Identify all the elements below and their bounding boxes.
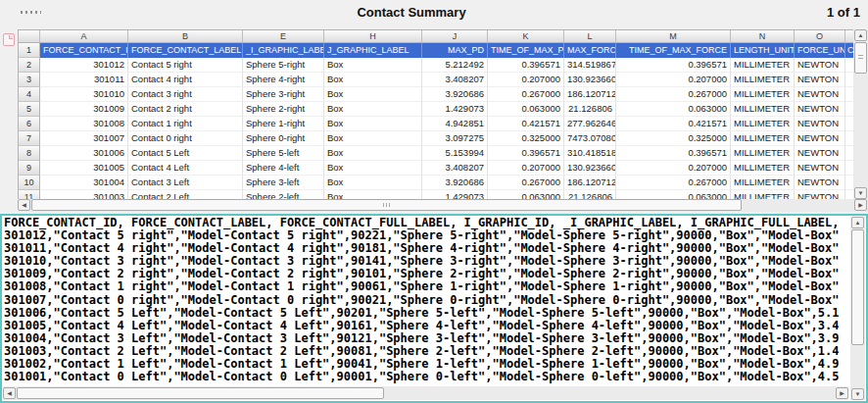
cell[interactable]: 3.408207 [422,161,488,176]
cell[interactable]: 0.325000 [616,131,731,146]
cell[interactable]: 301010 [40,87,128,102]
cell[interactable]: 0.396571 [488,58,564,73]
cell[interactable]: 314.519867 [564,58,616,73]
cell[interactable]: 301012 [40,58,128,73]
column-header-J[interactable]: J [422,30,488,42]
cell[interactable]: 0.396571 [616,58,731,73]
cell[interactable]: 1.429073 [422,102,488,117]
row-header[interactable]: 6 [19,117,40,131]
cell[interactable]: 0.063000 [488,190,564,199]
csv-vertical-scrollbar[interactable]: ▲ ▼ [850,217,865,400]
header-cell[interactable]: J_GRAPHIC_LABEL [324,43,422,58]
cell[interactable]: 0.267000 [616,87,731,102]
cell[interactable]: MILLIMETER [731,102,795,117]
csv-text-panel[interactable]: FORCE_CONTACT_ID, FORCE_CONTACT_LABEL, F… [0,214,868,403]
cell[interactable]: NEWTON [795,176,845,190]
sheet-vertical-scrollbar-thumb[interactable] [854,42,867,74]
cell[interactable]: Box [324,58,422,73]
cell[interactable] [845,146,853,161]
cell[interactable]: 1.429073 [422,190,488,199]
csv-horizontal-scrollbar[interactable]: ◀ ▶ [3,386,848,400]
column-header-E[interactable]: E [243,30,324,42]
cell[interactable]: MILLIMETER [731,87,795,102]
cell[interactable]: 301007 [40,131,128,146]
cell[interactable]: 0.267000 [616,176,731,190]
sheet-vertical-scrollbar[interactable]: ▲ ▼ [853,29,868,199]
cell[interactable]: 301004 [40,176,128,190]
row-header[interactable]: 9 [19,161,40,176]
cell[interactable]: Contact 2 right [128,102,243,117]
csv-horizontal-scrollbar-thumb[interactable] [17,387,384,399]
cell[interactable]: 0.267000 [488,176,564,190]
row-header[interactable]: 5 [19,102,40,117]
cell[interactable]: 21.126806 [564,102,616,117]
cell[interactable]: Box [324,102,422,117]
cell[interactable]: 3.097275 [422,131,488,146]
cell[interactable]: 301009 [40,102,128,117]
cell[interactable]: Contact 1 right [128,117,243,131]
cell[interactable]: NEWTON [795,161,845,176]
header-cell[interactable]: _I_GRAPHIC_LABEL [243,43,324,58]
spreadsheet[interactable]: A B E H J K L M N O 1 FORCE_CONTACT_ID F… [18,29,853,199]
cell[interactable]: Contact 3 right [128,87,243,102]
cell[interactable]: 0.063000 [616,102,731,117]
csv-vertical-scrollbar-thumb[interactable] [851,229,864,345]
cell[interactable]: Sphere 2-left [243,190,324,199]
cell[interactable]: 0.063000 [616,190,731,199]
cell[interactable]: Contact 2 Left [128,190,243,199]
cell[interactable]: Contact 4 right [128,73,243,87]
csv-text-area[interactable]: FORCE_CONTACT_ID, FORCE_CONTACT_LABEL, F… [4,217,848,385]
cell[interactable]: 130.923660 [564,73,616,87]
cell[interactable]: Sphere 4-left [243,161,324,176]
scroll-down-arrow-icon[interactable]: ▼ [851,388,864,400]
header-cell-partial[interactable]: C [845,43,853,58]
cell[interactable]: MILLIMETER [731,117,795,131]
cell[interactable]: NEWTON [795,146,845,161]
cell[interactable]: 21.126806 [564,190,616,199]
column-header-N[interactable]: N [731,30,795,42]
column-header-B[interactable]: B [128,30,243,42]
cell[interactable] [845,176,853,190]
cell[interactable]: Contact 4 Left [128,161,243,176]
cell[interactable]: MILLIMETER [731,161,795,176]
header-cell[interactable]: LENGTH_UNIT [731,43,795,58]
cell[interactable]: NEWTON [795,190,845,199]
cell[interactable]: 0.421571 [488,117,564,131]
cell[interactable]: 301011 [40,73,128,87]
splitter-handle-dots-icon[interactable] [21,11,41,14]
cell[interactable]: 0.207000 [488,161,564,176]
cell[interactable]: 3.408207 [422,73,488,87]
cell[interactable] [845,117,853,131]
cell[interactable]: Sphere 3-left [243,176,324,190]
column-header-O[interactable]: O [795,30,845,42]
cell[interactable]: 301008 [40,117,128,131]
scroll-left-arrow-icon[interactable]: ◀ [3,387,16,399]
header-cell[interactable]: FORCE_CONTACT_ID [40,43,128,58]
row-header[interactable]: 3 [19,73,40,87]
cell[interactable]: Sphere 0-right [243,131,324,146]
scroll-right-arrow-icon[interactable]: ▶ [854,199,867,211]
cell[interactable]: Sphere 5-right [243,58,324,73]
cell[interactable]: Box [324,131,422,146]
column-header-A[interactable]: A [40,30,128,42]
cell[interactable]: 301005 [40,161,128,176]
cell[interactable]: Sphere 1-right [243,117,324,131]
copy-slide-icon[interactable] [3,33,15,46]
cell[interactable]: NEWTON [795,73,845,87]
row-header[interactable]: 7 [19,131,40,146]
cell[interactable]: Box [324,87,422,102]
header-cell[interactable]: TIME_OF_MAX_PD [488,43,564,58]
cell[interactable]: 0.063000 [488,102,564,117]
cell[interactable] [845,87,853,102]
cell[interactable]: Sphere 4-right [243,73,324,87]
column-header-partial[interactable] [845,30,853,42]
cell[interactable]: 130.923660 [564,161,616,176]
scroll-right-arrow-icon[interactable]: ▶ [836,387,848,399]
cell[interactable]: 0.396571 [616,146,731,161]
row-header[interactable]: 8 [19,146,40,161]
cell[interactable]: 0.207000 [488,73,564,87]
cell[interactable]: Sphere 5-left [243,146,324,161]
cell[interactable]: 7473.070801 [564,131,616,146]
sheet-horizontal-scrollbar-thumb[interactable] [31,199,742,211]
cell[interactable]: NEWTON [795,102,845,117]
